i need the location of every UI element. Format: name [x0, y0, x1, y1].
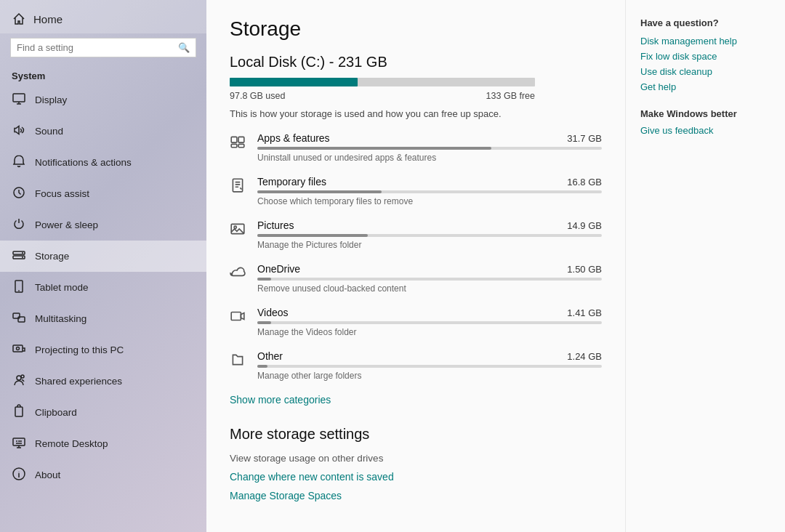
videos-bar-fill — [257, 321, 271, 324]
sidebar-item-shared-experiences[interactable]: Shared experiences — [0, 366, 206, 397]
disk-free: 133 GB free — [486, 91, 535, 101]
svg-point-11 — [17, 347, 20, 350]
search-input[interactable] — [17, 42, 178, 53]
sidebar-item-label: Shared experiences — [35, 376, 122, 387]
other-name: Other — [257, 350, 283, 362]
svg-point-13 — [21, 375, 24, 378]
disk-cleanup-link[interactable]: Use disk cleanup — [640, 66, 770, 77]
sidebar-item-tablet-mode[interactable]: Tablet mode — [0, 272, 206, 303]
onedrive-bar-fill — [257, 278, 271, 281]
feedback-link[interactable]: Give us feedback — [640, 125, 770, 136]
other-icon — [230, 352, 247, 370]
svg-rect-24 — [231, 313, 241, 321]
sidebar-item-label: About — [35, 469, 60, 480]
svg-rect-19 — [231, 144, 237, 147]
sidebar-item-display[interactable]: Display — [0, 84, 206, 116]
make-better-title: Make Windows better — [640, 108, 770, 119]
more-settings-storage-spaces[interactable]: Manage Storage Spaces — [230, 490, 602, 501]
temp-bar-fill — [257, 190, 382, 193]
pictures-bar-fill — [257, 234, 368, 237]
more-settings-view-other: View storage usage on other drives — [230, 453, 602, 464]
get-help-link[interactable]: Get help — [640, 81, 770, 92]
storage-item-apps[interactable]: Apps & features 31.7 GB Uninstall unused… — [230, 132, 602, 163]
apps-content: Apps & features 31.7 GB Uninstall unused… — [257, 132, 602, 163]
videos-size: 1.41 GB — [567, 307, 602, 318]
svg-point-4 — [22, 252, 23, 254]
sidebar-item-sound[interactable]: Sound — [0, 116, 206, 147]
temp-size: 16.8 GB — [567, 177, 602, 188]
pictures-name: Pictures — [257, 219, 294, 231]
system-section-label: System — [0, 65, 206, 84]
storage-item-pictures[interactable]: Pictures 14.9 GB Manage the Pictures fol… — [230, 219, 602, 250]
storage-item-temp[interactable]: Temporary files 16.8 GB Choose which tem… — [230, 176, 602, 206]
projecting-icon — [12, 342, 26, 358]
other-content: Other 1.24 GB Manage other large folders — [257, 350, 602, 381]
sidebar-item-multitasking[interactable]: Multitasking — [0, 303, 206, 334]
videos-icon — [230, 308, 247, 326]
more-settings-container: View storage usage on other drivesChange… — [230, 453, 602, 501]
sidebar-item-notifications[interactable]: Notifications & actions — [0, 147, 206, 178]
sidebar-item-label: Storage — [35, 251, 69, 262]
pictures-icon — [230, 221, 247, 239]
temp-name: Temporary files — [257, 176, 326, 188]
show-more-link[interactable]: Show more categories — [230, 394, 331, 406]
disk-bar-fill — [230, 78, 358, 86]
sound-icon — [12, 123, 26, 140]
apps-bar-bg — [257, 147, 602, 150]
tablet-icon — [12, 279, 26, 296]
sidebar: Home 🔍 System Display Sound — [0, 0, 206, 532]
sidebar-item-remote-desktop[interactable]: Remote Desktop — [0, 428, 206, 459]
about-icon — [12, 467, 26, 483]
svg-point-12 — [17, 376, 21, 380]
sidebar-home[interactable]: Home — [0, 0, 206, 33]
sidebar-item-label: Multitasking — [35, 313, 86, 324]
sidebar-item-clipboard[interactable]: Clipboard — [0, 397, 206, 428]
home-label: Home — [33, 13, 63, 25]
storage-item-other[interactable]: Other 1.24 GB Manage other large folders — [230, 350, 602, 381]
sidebar-item-focus-assist[interactable]: Focus assist — [0, 178, 206, 209]
videos-desc: Manage the Videos folder — [257, 327, 602, 337]
sidebar-item-label: Notifications & actions — [35, 157, 132, 168]
fix-disk-link[interactable]: Fix low disk space — [640, 51, 770, 62]
right-panel: Have a question? Disk management helpFix… — [625, 0, 785, 532]
pictures-bar-bg — [257, 234, 602, 237]
onedrive-icon — [230, 265, 247, 283]
svg-point-7 — [18, 290, 20, 291]
onedrive-size: 1.50 GB — [567, 264, 602, 275]
svg-rect-20 — [238, 144, 244, 147]
svg-rect-10 — [13, 345, 23, 352]
apps-size: 31.7 GB — [567, 133, 602, 144]
more-settings-change-content[interactable]: Change where new content is saved — [230, 471, 602, 483]
multitasking-icon — [12, 310, 26, 327]
onedrive-name: OneDrive — [257, 263, 300, 275]
home-icon — [12, 12, 26, 26]
have-question: Have a question? — [640, 17, 770, 28]
sidebar-item-projecting[interactable]: Projecting to this PC — [0, 334, 206, 366]
pictures-content: Pictures 14.9 GB Manage the Pictures fol… — [257, 219, 602, 250]
apps-bar-fill — [257, 147, 491, 150]
temp-icon — [230, 177, 247, 196]
storage-item-onedrive[interactable]: OneDrive 1.50 GB Remove unused cloud-bac… — [230, 263, 602, 294]
other-bar-bg — [257, 365, 602, 368]
sidebar-item-label: Display — [35, 94, 67, 105]
sidebar-item-storage[interactable]: Storage — [0, 241, 206, 272]
sidebar-item-power-sleep[interactable]: Power & sleep — [0, 209, 206, 241]
disk-used: 97.8 GB used — [230, 91, 285, 101]
disk-description: This is how your storage is used and how… — [230, 108, 602, 119]
videos-name: Videos — [257, 307, 289, 318]
temp-desc: Choose which temporary files to remove — [257, 196, 602, 206]
sidebar-item-about[interactable]: About — [0, 459, 206, 491]
apps-desc: Uninstall unused or undesired apps & fea… — [257, 153, 602, 163]
temp-content: Temporary files 16.8 GB Choose which tem… — [257, 176, 602, 206]
remote-icon — [12, 435, 26, 452]
search-icon: 🔍 — [178, 42, 190, 53]
other-bar-fill — [257, 365, 267, 368]
onedrive-content: OneDrive 1.50 GB Remove unused cloud-bac… — [257, 263, 602, 294]
storage-item-videos[interactable]: Videos 1.41 GB Manage the Videos folder — [230, 307, 602, 337]
help-links-container: Disk management helpFix low disk spaceUs… — [640, 36, 770, 92]
disk-mgmt-link[interactable]: Disk management help — [640, 36, 770, 47]
svg-rect-17 — [231, 137, 237, 142]
sidebar-search-box[interactable]: 🔍 — [10, 38, 196, 57]
other-desc: Manage other large folders — [257, 371, 602, 381]
clipboard-icon — [12, 404, 26, 421]
